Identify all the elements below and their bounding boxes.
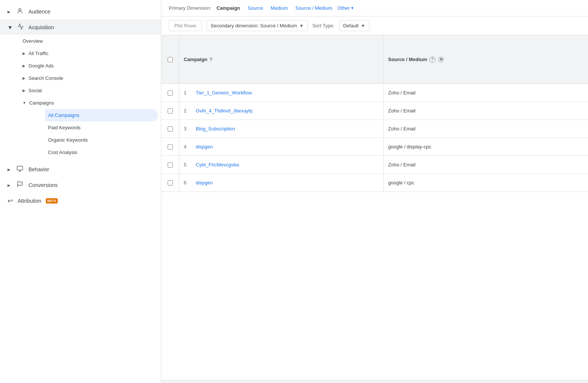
chevron-right-icon: ▶ [8,183,10,187]
row-5-checkbox[interactable] [168,162,173,168]
beta-badge: BETA [46,198,58,203]
chevron-down-icon: ▼ [22,101,26,105]
row-3-campaign-col: 3 Blog_Subscription [179,120,384,138]
dim-medium[interactable]: Medium [268,4,290,12]
row-6-campaign-col: 6 dispgen [179,174,384,192]
bottom-scrollbar[interactable] [161,380,588,383]
row-2-medium-col: Zoho / Email [384,103,588,118]
dim-other[interactable]: Other ▼ [338,5,354,11]
plot-rows-button[interactable]: Plot Rows [169,20,202,31]
row-1-campaign-link[interactable]: Tier_1_Generic_Workflow [196,90,252,96]
dim-source[interactable]: Source [245,4,265,12]
chevron-down-icon: ▼ [8,24,13,30]
sidebar-item-organic-keywords[interactable]: Organic Keywords [45,134,161,146]
paid-keywords-label: Paid Keywords [48,125,81,130]
behavior-icon [16,165,24,174]
row-6-medium-col: google / cpc [384,175,588,190]
row-3-medium-col: Zoho / Email [384,121,588,136]
sidebar-item-audience[interactable]: ▶ Audience [0,4,161,19]
row-1-number: 1 [184,90,191,96]
sidebar: ▶ Audience ▼ Acquisition Overview ▶ All … [0,0,161,383]
header-checkbox-col [161,35,179,84]
sidebar-item-social[interactable]: ▶ Social [20,84,161,97]
row-3-checkbox[interactable] [168,126,173,132]
sidebar-item-all-campaigns[interactable]: All Campaigns [45,109,158,121]
row-5-checkbox-col [161,156,179,174]
select-all-checkbox[interactable] [168,57,173,62]
sidebar-item-all-traffic[interactable]: ▶ All Traffic [20,47,161,60]
organic-keywords-label: Organic Keywords [48,137,88,143]
acquisition-icon [17,23,24,31]
source-medium-help-icon[interactable]: ? [429,57,435,63]
campaigns-submenu: All Campaigns Paid Keywords Organic Keyw… [20,109,161,159]
sidebar-item-google-ads[interactable]: ▶ Google Ads [20,60,161,72]
chevron-right-icon: ▶ [22,64,26,68]
source-medium-header-cell: Source / Medium ? ✕ [384,50,588,69]
sidebar-item-overview[interactable]: Overview [20,35,161,47]
sort-type-select[interactable]: Default ▼ [339,20,369,31]
row-5-number: 5 [184,162,191,168]
chevron-right-icon: ▶ [8,168,10,172]
table-row: 3 Blog_Subscription Zoho / Email [161,120,588,138]
secondary-dimension-select[interactable]: Secondary dimension: Source / Medium ▼ [207,20,308,31]
row-2-campaign-col: 2 Gvfe_4_Tfafevd_Jbexaybj [179,102,384,120]
row-1-checkbox[interactable] [168,90,173,96]
sidebar-item-acquisition-label: Acquisition [28,24,54,30]
sidebar-item-paid-keywords[interactable]: Paid Keywords [45,121,161,134]
row-6-checkbox[interactable] [168,180,173,186]
row-3-checkbox-col [161,120,179,138]
table-row: 1 Tier_1_Generic_Workflow Zoho / Email [161,84,588,102]
campaign-header-cell: Campaign ? [179,35,384,84]
dim-campaign[interactable]: Campaign [214,4,242,12]
campaigns-label: Campaigns [29,100,54,106]
row-3-campaign-link[interactable]: Blog_Subscription [196,126,235,132]
sidebar-item-cost-analysis[interactable]: Cost Analysis [45,146,161,159]
sidebar-item-campaigns[interactable]: ▼ Campaigns [20,97,161,109]
row-6-number: 6 [184,180,191,186]
source-medium-remove-icon[interactable]: ✕ [438,56,444,63]
row-2-number: 2 [184,108,191,114]
table-row: 4 dispgen google / display-cpc [161,138,588,156]
row-1-campaign-col: 1 Tier_1_Generic_Workflow [179,84,384,102]
cost-analysis-label: Cost Analysis [48,150,77,155]
primary-dimension-bar: Primary Dimension: Campaign Source Mediu… [161,0,588,16]
row-2-checkbox[interactable] [168,108,173,114]
attribution-label: Attribution [18,198,41,204]
conversions-label: Conversions [28,182,58,188]
dropdown-arrow-icon: ▼ [351,6,354,10]
row-4-medium-col: google / display-cpc [384,139,588,154]
sidebar-item-attribution[interactable]: ↩ Attribution BETA [0,193,161,209]
row-4-checkbox[interactable] [168,144,173,150]
sort-arrow-icon: ▼ [361,23,365,28]
chevron-right-icon: ▶ [22,76,26,80]
row-6-campaign-link[interactable]: dispgen [196,180,213,186]
social-label: Social [28,88,42,93]
campaign-help-icon[interactable]: ? [210,57,212,62]
sidebar-item-acquisition[interactable]: ▼ Acquisition [0,19,161,35]
sort-type-value: Default [343,23,358,28]
dim-source-medium[interactable]: Source / Medium [293,4,334,12]
main-content: Primary Dimension: Campaign Source Mediu… [161,0,588,383]
chevron-right-icon: ▶ [22,88,26,93]
sidebar-item-search-console[interactable]: ▶ Search Console [20,72,161,84]
sidebar-item-behavior[interactable]: ▶ Behavior [0,162,161,177]
row-1-medium-col: Zoho / Email [384,85,588,100]
acquisition-submenu: Overview ▶ All Traffic ▶ Google Ads ▶ Se… [0,35,161,159]
chevron-right-icon: ▶ [22,51,26,55]
row-4-number: 4 [184,144,191,150]
row-2-campaign-link[interactable]: Gvfe_4_Tfafevd_Jbexaybj [196,108,252,114]
row-5-campaign-link[interactable]: Cybt_Fhcfdevcgvba [196,162,239,168]
row-6-checkbox-col [161,174,179,192]
audience-icon [16,7,24,16]
sort-type-label: Sort Type: [312,23,334,28]
sidebar-item-conversions[interactable]: ▶ Conversions [0,177,161,193]
row-3-number: 3 [184,126,191,132]
row-4-checkbox-col [161,138,179,156]
row-4-campaign-link[interactable]: dispgen [196,144,213,150]
behavior-label: Behavior [28,166,49,172]
secondary-dim-value: Secondary dimension: Source / Medium [211,23,297,28]
campaign-header-label: Campaign [184,57,207,62]
secondary-dim-arrow-icon: ▼ [299,23,304,28]
data-table: Campaign ? Source / Medium ? ✕ 1 Tier_1_… [161,35,588,380]
table-row: 2 Gvfe_4_Tfafevd_Jbexaybj Zoho / Email [161,102,588,120]
